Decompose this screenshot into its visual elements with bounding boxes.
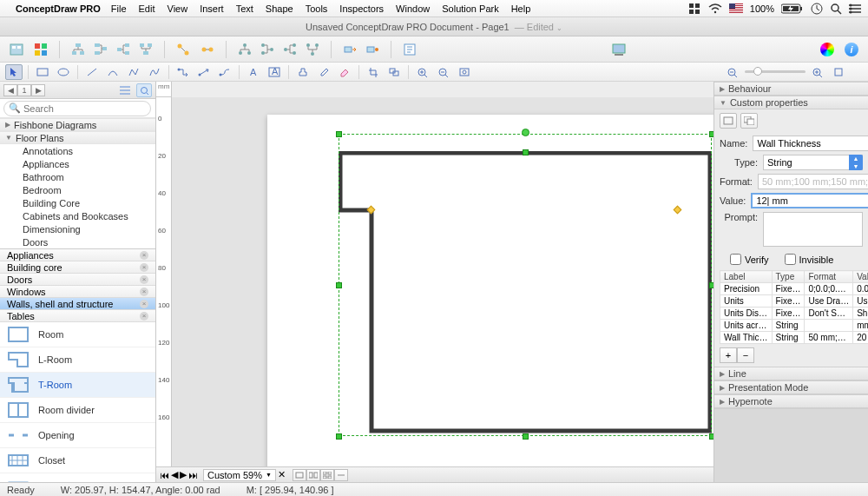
stamp-tool-icon[interactable]	[294, 64, 312, 80]
table-cell[interactable]: 0.0	[853, 283, 868, 295]
canvas[interactable]	[172, 97, 713, 482]
table-cell[interactable]: Use Dra…	[805, 295, 853, 308]
menu-inspectors[interactable]: Inspectors	[339, 3, 384, 14]
page-mode-4-icon[interactable]	[334, 469, 348, 481]
cp-tab-single-icon[interactable]	[720, 113, 737, 129]
tree-item[interactable]: Dimensioning	[0, 222, 155, 235]
stencil-row[interactable]: Windows×	[0, 286, 155, 298]
menu-insert[interactable]: Insert	[200, 3, 224, 14]
rectangle-tool-icon[interactable]	[34, 64, 51, 80]
ruler-vertical[interactable]: 020406080100120140160	[156, 97, 172, 482]
page-last-icon[interactable]: ⏭	[188, 470, 198, 480]
close-icon[interactable]: ×	[140, 251, 148, 260]
close-icon[interactable]: ×	[140, 312, 148, 321]
prompt-input[interactable]	[763, 212, 863, 247]
stencil-row[interactable]: Building core×	[0, 261, 155, 274]
invisible-checkbox[interactable]: Invisible	[785, 254, 834, 265]
tree-tool-1-icon[interactable]	[69, 40, 88, 59]
zoom-in-2-icon[interactable]	[809, 64, 826, 80]
flag-us-icon[interactable]	[729, 3, 743, 13]
value-input[interactable]	[751, 193, 868, 208]
zoom-combo[interactable]: Custom 59%▼	[203, 469, 276, 481]
resize-handle-sw[interactable]	[336, 433, 342, 440]
info-icon[interactable]: i	[842, 40, 861, 59]
stencil-row[interactable]: Doors×	[0, 274, 155, 286]
table-cell[interactable]: Fixe…	[772, 308, 805, 320]
libraries-icon[interactable]	[7, 40, 26, 59]
eraser-tool-icon[interactable]	[336, 64, 353, 80]
view-grid-icon[interactable]	[136, 83, 152, 97]
polyline-tool-icon[interactable]	[125, 64, 142, 80]
table-cell[interactable]: Show Un…	[853, 308, 868, 320]
connector-smart-icon[interactable]	[174, 64, 192, 80]
shape-row[interactable]: Closet	[0, 448, 155, 473]
section-presentation[interactable]: ▶Presentation Mode	[714, 380, 868, 394]
table-header[interactable]: Label	[720, 271, 773, 283]
table-cell[interactable]: Fixe…	[772, 283, 805, 295]
resize-handle-se[interactable]	[709, 433, 713, 440]
table-cell[interactable]: 0;0.0;0.…	[805, 283, 853, 295]
cp-tab-multi-icon[interactable]	[740, 113, 758, 129]
shape-row[interactable]: Room	[0, 322, 155, 347]
table-cell[interactable]: Fixe…	[772, 295, 805, 308]
rapid-draw-2-icon[interactable]	[363, 40, 382, 59]
chain-tool-icon[interactable]	[174, 40, 193, 59]
text-tool-icon[interactable]: A	[245, 64, 262, 80]
table-row[interactable]: PrecisionFixe…0;0.0;0.…0.0	[720, 283, 869, 295]
hierarchy-2-icon[interactable]	[258, 40, 277, 59]
table-row[interactable]: Units acr…Stringmm	[720, 320, 869, 332]
tree-header-floorplans[interactable]: ▼Floor Plans	[0, 131, 155, 144]
resize-handle-s[interactable]	[523, 433, 529, 440]
resize-handle-n[interactable]	[523, 149, 529, 155]
zoom-in-icon[interactable]	[414, 64, 431, 80]
menu-solution-park[interactable]: Solution Park	[442, 3, 498, 14]
zoom-reset-icon[interactable]: ✕	[278, 469, 286, 480]
clock-icon[interactable]	[811, 3, 823, 15]
name-input[interactable]	[753, 136, 868, 151]
view-list-icon[interactable]	[117, 83, 133, 97]
table-row[interactable]: Units Dis…Fixe…Don't S…Show Un…	[720, 308, 869, 320]
table-row[interactable]: Wall Thic…String50 mm;…20 mm	[720, 332, 869, 344]
chain-tool-2-icon[interactable]	[198, 40, 217, 59]
tree-tool-4-icon[interactable]	[136, 40, 155, 59]
stencil-row[interactable]: Walls, shell and structure×	[0, 298, 155, 310]
page-next-icon[interactable]: ▶	[180, 469, 187, 480]
table-header[interactable]: Type	[772, 271, 805, 283]
pointer-tool-icon[interactable]	[5, 64, 23, 80]
menu-file[interactable]: File	[111, 3, 127, 14]
tree-item[interactable]: Building Core	[0, 196, 155, 209]
spline-tool-icon[interactable]	[146, 64, 163, 80]
resize-handle-w[interactable]	[336, 282, 342, 288]
dashboard-icon[interactable]	[689, 3, 701, 14]
properties-table[interactable]: LabelTypeFormatValuePrecisionFixe…0;0.0;…	[720, 270, 868, 344]
menu-edit[interactable]: Edit	[139, 3, 155, 14]
section-hypernote[interactable]: ▶Hypernote	[714, 394, 868, 408]
page-mode-3-icon[interactable]	[320, 469, 334, 481]
tree-header-fishbone[interactable]: ▶Fishbone Diagrams	[0, 118, 155, 131]
resize-handle-nw[interactable]	[336, 131, 342, 137]
presentation-icon[interactable]	[609, 40, 628, 59]
page-prev-icon[interactable]: ◀	[171, 469, 178, 480]
remove-property-button[interactable]: −	[737, 347, 754, 363]
tree-item[interactable]: Bathroom	[0, 170, 155, 183]
zoom-slider[interactable]	[745, 70, 806, 73]
fit-page-icon[interactable]	[830, 64, 847, 80]
wifi-icon[interactable]	[708, 3, 722, 14]
zoom-fit-icon[interactable]	[456, 64, 473, 80]
table-cell[interactable]: Units acr…	[720, 320, 773, 332]
hypernote-icon[interactable]	[400, 40, 419, 59]
connector-direct-icon[interactable]	[195, 64, 213, 80]
table-cell[interactable]: String	[772, 332, 805, 344]
close-icon[interactable]: ×	[140, 275, 148, 284]
zoom-out-2-icon[interactable]	[724, 64, 741, 80]
table-cell[interactable]: 20 mm	[853, 332, 868, 344]
line-tool-icon[interactable]	[83, 64, 101, 80]
shape-row[interactable]: L-Room	[0, 347, 155, 373]
add-property-button[interactable]: +	[720, 347, 737, 363]
hierarchy-4-icon[interactable]	[303, 40, 322, 59]
hierarchy-3-icon[interactable]	[280, 40, 299, 59]
group-tool-icon[interactable]	[385, 64, 403, 80]
menu-extra-icon[interactable]	[849, 3, 861, 14]
table-cell[interactable]: Precision	[720, 283, 773, 295]
shape-row[interactable]: T-Room	[0, 373, 155, 398]
